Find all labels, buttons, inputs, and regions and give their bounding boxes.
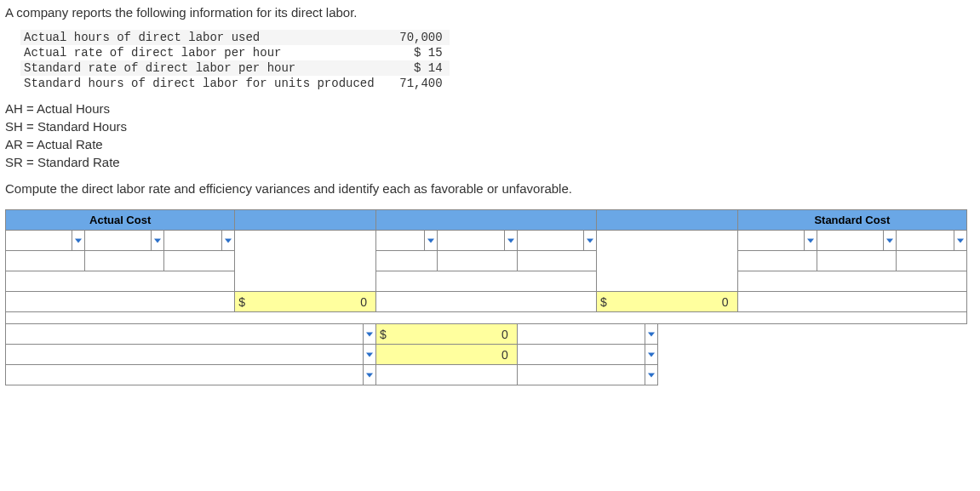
std-col3-select[interactable] xyxy=(897,231,967,251)
data-label: Actual rate of direct labor per hour xyxy=(20,45,381,60)
intro-text: A company reports the following informat… xyxy=(5,5,975,20)
eff-variance-label-select[interactable] xyxy=(6,345,376,365)
mid-col3-select[interactable] xyxy=(517,231,596,251)
data-label: Standard rate of direct labor per hour xyxy=(20,60,381,76)
given-data-table: Actual hours of direct labor used70,000 … xyxy=(20,30,450,91)
dollar-sign: $ xyxy=(600,293,607,311)
header-standard-cost: Standard Cost xyxy=(737,210,966,231)
rate-variance-value: $0 xyxy=(235,292,376,312)
data-value: $ 14 xyxy=(381,60,450,76)
std-total[interactable] xyxy=(737,271,966,292)
actual-col2-select[interactable] xyxy=(85,231,164,251)
variance-row-blank xyxy=(658,345,967,365)
header-blank-1 xyxy=(235,210,376,231)
data-value: $ 15 xyxy=(381,45,450,60)
grid-spacer xyxy=(6,312,967,324)
legend-block: AH = Actual Hours SH = Standard Hours AR… xyxy=(5,100,975,171)
mid-val3[interactable] xyxy=(517,251,596,271)
actual-val2[interactable] xyxy=(85,251,164,271)
blank-left xyxy=(6,292,235,312)
variance-grid: Actual Cost Standard Cost xyxy=(5,209,967,385)
actual-val1[interactable] xyxy=(6,251,85,271)
header-actual-cost: Actual Cost xyxy=(6,210,235,231)
std-col1-select[interactable] xyxy=(737,231,817,251)
std-val3[interactable] xyxy=(897,251,967,271)
mid1-head xyxy=(296,231,375,292)
zero-val: 0 xyxy=(501,345,508,364)
legend-line: AR = Actual Rate xyxy=(5,135,975,153)
rate-fav-unfav-select[interactable] xyxy=(517,324,658,345)
variance-row-blank xyxy=(658,365,967,385)
blank-mid xyxy=(375,292,596,312)
legend-line: SH = Standard Hours xyxy=(5,117,975,135)
actual-total[interactable] xyxy=(6,271,235,292)
zero-val: 0 xyxy=(722,293,729,311)
mid-col1-select[interactable] xyxy=(375,231,438,251)
rate-variance-amount: $0 xyxy=(375,324,517,345)
legend-line: AH = Actual Hours xyxy=(5,100,975,117)
zero-val: 0 xyxy=(501,325,508,344)
data-value: 71,400 xyxy=(381,76,450,91)
mid-val2[interactable] xyxy=(438,251,517,271)
rate-variance-label-select[interactable] xyxy=(6,324,376,345)
blank-right xyxy=(737,292,966,312)
std-val2[interactable] xyxy=(817,251,896,271)
eff-variance-amount: 0 xyxy=(375,345,517,365)
spacer-cell xyxy=(596,231,658,292)
mid-val1[interactable] xyxy=(375,251,438,271)
std-val1[interactable] xyxy=(737,251,817,271)
data-value: 70,000 xyxy=(381,30,450,45)
header-blank-3 xyxy=(596,210,737,231)
total-variance-amount[interactable] xyxy=(375,365,517,385)
instruction-text: Compute the direct labor rate and effici… xyxy=(5,181,975,196)
total-variance-label-select[interactable] xyxy=(6,365,376,385)
actual-col3-select[interactable] xyxy=(164,231,235,251)
actual-col1-select[interactable] xyxy=(6,231,85,251)
total-fav-unfav-select[interactable] xyxy=(517,365,658,385)
legend-line: SR = Standard Rate xyxy=(5,153,975,171)
std-col2-select[interactable] xyxy=(817,231,896,251)
dollar-sign: $ xyxy=(238,293,245,311)
header-blank-2 xyxy=(375,210,596,231)
data-label: Standard hours of direct labor for units… xyxy=(20,76,381,91)
actual-val3[interactable] xyxy=(164,251,235,271)
mid-total[interactable] xyxy=(375,271,596,292)
variance-row-blank xyxy=(658,324,967,345)
zero-val: 0 xyxy=(360,293,367,311)
mid2-head xyxy=(658,231,737,292)
spacer-cell xyxy=(235,231,297,292)
eff-fav-unfav-select[interactable] xyxy=(517,345,658,365)
eff-variance-value: $0 xyxy=(596,292,737,312)
data-label: Actual hours of direct labor used xyxy=(20,30,381,45)
dollar-sign: $ xyxy=(380,325,387,344)
mid-col2-select[interactable] xyxy=(438,231,517,251)
